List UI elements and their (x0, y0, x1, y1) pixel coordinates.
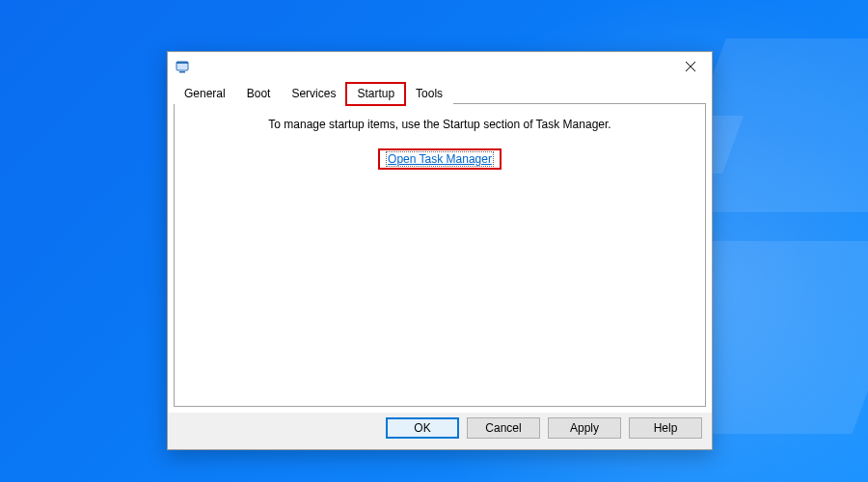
tab-tools[interactable]: Tools (405, 83, 453, 104)
tab-boot[interactable]: Boot (236, 83, 282, 104)
startup-panel: To manage startup items, use the Startup… (174, 104, 706, 407)
help-button[interactable]: Help (629, 417, 702, 439)
titlebar[interactable] (168, 52, 712, 81)
svg-rect-1 (176, 62, 188, 64)
open-task-manager-link[interactable]: Open Task Manager (386, 151, 494, 167)
link-highlight: Open Task Manager (378, 148, 502, 170)
ok-button[interactable]: OK (386, 417, 459, 439)
tab-general[interactable]: General (174, 83, 236, 104)
msconfig-window: General Boot Services Startup Tools To m… (167, 51, 713, 450)
info-text: To manage startup items, use the Startup… (268, 118, 610, 131)
desktop: General Boot Services Startup Tools To m… (0, 0, 868, 482)
app-icon (174, 57, 193, 76)
apply-button[interactable]: Apply (548, 417, 621, 439)
close-button[interactable] (668, 52, 712, 81)
dialog-buttons: OK Cancel Apply Help (168, 413, 712, 449)
tab-services[interactable]: Services (281, 83, 346, 104)
tab-startup[interactable]: Startup (346, 83, 405, 105)
tab-strip: General Boot Services Startup Tools (168, 81, 712, 104)
svg-rect-2 (179, 71, 185, 73)
cancel-button[interactable]: Cancel (467, 417, 540, 439)
close-icon (686, 62, 695, 71)
